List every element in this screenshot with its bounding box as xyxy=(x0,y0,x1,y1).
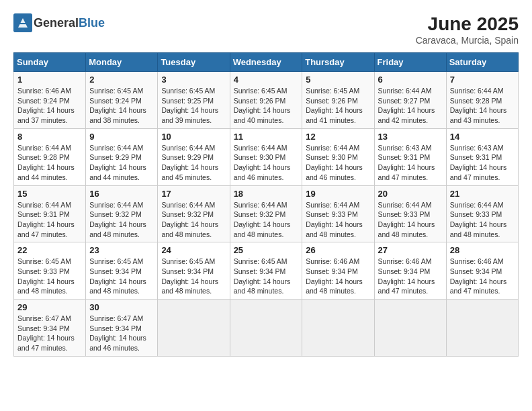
day-number: 4 xyxy=(234,75,299,85)
day-number: 17 xyxy=(161,189,226,199)
calendar-cell: 25 Sunrise: 6:45 AM Sunset: 9:34 PM Dayl… xyxy=(230,242,302,300)
calendar-cell: 2 Sunrise: 6:45 AM Sunset: 9:24 PM Dayli… xyxy=(86,72,158,129)
day-number: 16 xyxy=(89,189,154,199)
day-number: 28 xyxy=(450,245,515,255)
calendar-cell: 29 Sunrise: 6:47 AM Sunset: 9:34 PM Dayl… xyxy=(14,300,86,357)
day-info: Sunrise: 6:47 AM Sunset: 9:34 PM Dayligh… xyxy=(89,314,154,353)
calendar-table: SundayMondayTuesdayWednesdayThursdayFrid… xyxy=(13,52,519,357)
day-number: 2 xyxy=(89,75,154,85)
day-number: 13 xyxy=(378,132,443,142)
day-info: Sunrise: 6:45 AM Sunset: 9:26 PM Dayligh… xyxy=(306,86,370,126)
day-number: 6 xyxy=(378,75,443,85)
day-info: Sunrise: 6:46 AM Sunset: 9:34 PM Dayligh… xyxy=(306,257,370,296)
day-info: Sunrise: 6:45 AM Sunset: 9:34 PM Dayligh… xyxy=(234,257,299,296)
calendar-cell: 3 Sunrise: 6:45 AM Sunset: 9:25 PM Dayli… xyxy=(158,72,230,129)
day-number: 5 xyxy=(306,75,370,85)
calendar-cell: 14 Sunrise: 6:43 AM Sunset: 9:31 PM Dayl… xyxy=(446,128,518,185)
day-info: Sunrise: 6:44 AM Sunset: 9:33 PM Dayligh… xyxy=(306,200,370,240)
month-year: June 2025 xyxy=(416,13,519,35)
day-info: Sunrise: 6:44 AM Sunset: 9:29 PM Dayligh… xyxy=(89,143,154,183)
logo-general: General xyxy=(34,16,79,30)
calendar-cell: 4 Sunrise: 6:45 AM Sunset: 9:26 PM Dayli… xyxy=(230,72,302,129)
col-header-thursday: Thursday xyxy=(302,53,374,72)
calendar-cell: 9 Sunrise: 6:44 AM Sunset: 9:29 PM Dayli… xyxy=(86,128,158,185)
calendar-cell: 30 Sunrise: 6:47 AM Sunset: 9:34 PM Dayl… xyxy=(86,300,158,357)
day-number: 10 xyxy=(161,132,226,142)
day-number: 23 xyxy=(89,245,154,255)
calendar-cell: 10 Sunrise: 6:44 AM Sunset: 9:29 PM Dayl… xyxy=(158,128,230,185)
day-info: Sunrise: 6:44 AM Sunset: 9:30 PM Dayligh… xyxy=(306,143,370,183)
day-info: Sunrise: 6:46 AM Sunset: 9:24 PM Dayligh… xyxy=(17,86,82,126)
title-block: June 2025 Caravaca, Murcia, Spain xyxy=(416,13,519,46)
day-info: Sunrise: 6:45 AM Sunset: 9:25 PM Dayligh… xyxy=(161,86,226,126)
day-info: Sunrise: 6:46 AM Sunset: 9:34 PM Dayligh… xyxy=(378,257,443,296)
calendar-cell: 16 Sunrise: 6:44 AM Sunset: 9:32 PM Dayl… xyxy=(86,185,158,242)
col-header-wednesday: Wednesday xyxy=(230,53,302,72)
calendar-week-row: 8 Sunrise: 6:44 AM Sunset: 9:28 PM Dayli… xyxy=(14,128,519,185)
day-info: Sunrise: 6:44 AM Sunset: 9:32 PM Dayligh… xyxy=(89,200,154,240)
day-number: 12 xyxy=(306,132,370,142)
day-number: 21 xyxy=(450,189,515,199)
calendar-cell: 1 Sunrise: 6:46 AM Sunset: 9:24 PM Dayli… xyxy=(14,72,86,129)
location: Caravaca, Murcia, Spain xyxy=(416,35,519,46)
logo-blue: Blue xyxy=(79,16,105,30)
day-info: Sunrise: 6:44 AM Sunset: 9:32 PM Dayligh… xyxy=(161,200,226,240)
calendar-cell: 28 Sunrise: 6:46 AM Sunset: 9:34 PM Dayl… xyxy=(446,242,518,300)
calendar-cell: 11 Sunrise: 6:44 AM Sunset: 9:30 PM Dayl… xyxy=(230,128,302,185)
day-info: Sunrise: 6:45 AM Sunset: 9:34 PM Dayligh… xyxy=(161,257,226,296)
calendar-cell: 17 Sunrise: 6:44 AM Sunset: 9:32 PM Dayl… xyxy=(158,185,230,242)
day-info: Sunrise: 6:44 AM Sunset: 9:33 PM Dayligh… xyxy=(378,200,443,240)
day-number: 29 xyxy=(17,302,82,312)
calendar-cell xyxy=(446,300,518,357)
calendar-week-row: 15 Sunrise: 6:44 AM Sunset: 9:31 PM Dayl… xyxy=(14,185,519,242)
logo: GeneralBlue xyxy=(13,13,105,32)
day-number: 22 xyxy=(17,245,82,255)
day-number: 11 xyxy=(234,132,299,142)
calendar-cell: 24 Sunrise: 6:45 AM Sunset: 9:34 PM Dayl… xyxy=(158,242,230,300)
calendar-cell xyxy=(158,300,230,357)
day-info: Sunrise: 6:45 AM Sunset: 9:24 PM Dayligh… xyxy=(89,86,154,126)
day-number: 30 xyxy=(89,302,154,312)
day-info: Sunrise: 6:44 AM Sunset: 9:31 PM Dayligh… xyxy=(17,200,82,240)
calendar-cell: 27 Sunrise: 6:46 AM Sunset: 9:34 PM Dayl… xyxy=(374,242,446,300)
day-number: 7 xyxy=(450,75,515,85)
calendar-cell xyxy=(230,300,302,357)
calendar-cell: 8 Sunrise: 6:44 AM Sunset: 9:28 PM Dayli… xyxy=(14,128,86,185)
day-number: 25 xyxy=(234,245,299,255)
col-header-saturday: Saturday xyxy=(446,53,518,72)
col-header-sunday: Sunday xyxy=(14,53,86,72)
col-header-monday: Monday xyxy=(86,53,158,72)
calendar-cell: 19 Sunrise: 6:44 AM Sunset: 9:33 PM Dayl… xyxy=(302,185,374,242)
calendar-cell: 26 Sunrise: 6:46 AM Sunset: 9:34 PM Dayl… xyxy=(302,242,374,300)
day-info: Sunrise: 6:44 AM Sunset: 9:28 PM Dayligh… xyxy=(17,143,82,183)
day-number: 14 xyxy=(450,132,515,142)
calendar-cell: 5 Sunrise: 6:45 AM Sunset: 9:26 PM Dayli… xyxy=(302,72,374,129)
day-number: 26 xyxy=(306,245,370,255)
day-info: Sunrise: 6:45 AM Sunset: 9:26 PM Dayligh… xyxy=(234,86,299,126)
col-header-friday: Friday xyxy=(374,53,446,72)
calendar-cell: 7 Sunrise: 6:44 AM Sunset: 9:28 PM Dayli… xyxy=(446,72,518,129)
calendar-cell: 20 Sunrise: 6:44 AM Sunset: 9:33 PM Dayl… xyxy=(374,185,446,242)
calendar-cell: 22 Sunrise: 6:45 AM Sunset: 9:33 PM Dayl… xyxy=(14,242,86,300)
day-number: 1 xyxy=(17,75,82,85)
calendar-cell xyxy=(374,300,446,357)
day-number: 20 xyxy=(378,189,443,199)
day-number: 15 xyxy=(17,189,82,199)
day-number: 19 xyxy=(306,189,370,199)
calendar-week-row: 29 Sunrise: 6:47 AM Sunset: 9:34 PM Dayl… xyxy=(14,300,519,357)
day-number: 9 xyxy=(89,132,154,142)
day-number: 24 xyxy=(161,245,226,255)
day-info: Sunrise: 6:45 AM Sunset: 9:33 PM Dayligh… xyxy=(17,257,82,296)
calendar-cell: 21 Sunrise: 6:44 AM Sunset: 9:33 PM Dayl… xyxy=(446,185,518,242)
calendar-cell: 6 Sunrise: 6:44 AM Sunset: 9:27 PM Dayli… xyxy=(374,72,446,129)
day-info: Sunrise: 6:47 AM Sunset: 9:34 PM Dayligh… xyxy=(17,314,82,353)
calendar-cell: 12 Sunrise: 6:44 AM Sunset: 9:30 PM Dayl… xyxy=(302,128,374,185)
day-info: Sunrise: 6:46 AM Sunset: 9:34 PM Dayligh… xyxy=(450,257,515,296)
calendar-cell: 15 Sunrise: 6:44 AM Sunset: 9:31 PM Dayl… xyxy=(14,185,86,242)
logo-icon xyxy=(13,13,32,32)
day-info: Sunrise: 6:44 AM Sunset: 9:27 PM Dayligh… xyxy=(378,86,443,126)
col-header-tuesday: Tuesday xyxy=(158,53,230,72)
calendar-cell: 13 Sunrise: 6:43 AM Sunset: 9:31 PM Dayl… xyxy=(374,128,446,185)
svg-rect-2 xyxy=(19,23,26,24)
calendar-header-row: SundayMondayTuesdayWednesdayThursdayFrid… xyxy=(14,53,519,72)
